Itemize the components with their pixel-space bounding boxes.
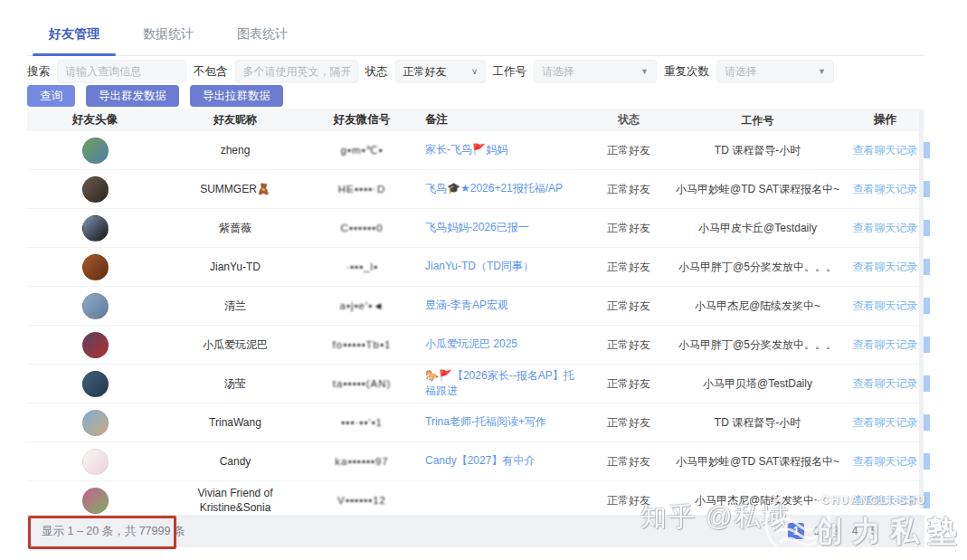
friend-wechat-id-redacted: fo▪▪▪▪▪Tb▪1 — [333, 339, 392, 350]
active-tab-underline — [33, 53, 116, 56]
remark-link[interactable]: 昱涵-李青AP宏观 — [425, 298, 508, 313]
avatar — [82, 488, 109, 514]
avatar — [82, 176, 109, 203]
view-chat-log-link[interactable]: 查看聊天记录 — [853, 143, 918, 158]
avatar — [82, 449, 109, 475]
friend-nickname: 清兰 — [224, 299, 246, 313]
table-row: zheng g▪m▪℃▪ 家长-飞鸟🚩妈妈 正常好友 TD 课程督导-小时 查看… — [27, 131, 924, 170]
avatar — [82, 138, 109, 164]
exclude-input[interactable] — [235, 60, 358, 83]
friend-wechat-id-redacted: ▪▪▪·▪▪'▪1 — [341, 417, 383, 428]
status-label: 状态 — [365, 64, 388, 80]
friend-nickname: 汤莹 — [224, 376, 246, 391]
work-account-text: 小马甲胖丁@5分奖发放中。。。 — [678, 259, 837, 275]
tab-bar: 好友管理 数据统计 图表统计 — [27, 13, 924, 56]
pagination-page-5[interactable]: 5 — [867, 525, 880, 537]
work-account-text: TD 课程督导-小时 — [715, 142, 801, 158]
repeat-count-select[interactable]: 请选择 ▼ — [716, 60, 834, 83]
view-chat-log-link[interactable]: 查看聊天记录 — [853, 376, 918, 392]
avatar — [82, 293, 109, 319]
col-avatar: 好友头像 — [27, 110, 163, 129]
friend-nickname: Vivian Friend of Kristine&Sonia — [166, 486, 304, 515]
table-row: 小瓜爱玩泥巴 fo▪▪▪▪▪Tb▪1 小瓜爱玩泥巴 2025 正常好友 小马甲胖… — [27, 326, 924, 365]
pagination-page-2[interactable]: 2 — [811, 525, 823, 537]
pagination-next[interactable]: › — [886, 525, 899, 537]
status-select[interactable]: 正常好友 ˅ — [395, 60, 486, 83]
pagination-page-3[interactable]: 3 — [830, 525, 842, 537]
status-text: 正常好友 — [607, 493, 650, 508]
table-row: JianYu-TD ·▪▪▪_l▪ JianYu-TD（TD同事） 正常好友 小… — [27, 248, 924, 287]
filter-bar: 搜索 不包含 状态 正常好友 ˅ 工作号 请选择 ▼ 重复次数 请选择 ▼ — [27, 60, 941, 83]
view-chat-log-link[interactable]: 查看聊天记录 — [853, 337, 918, 353]
friend-wechat-id-redacted: V▪▪▪▪▪▪12 — [337, 495, 386, 506]
view-chat-log-link[interactable]: 查看聊天记录 — [853, 260, 918, 275]
vertical-scrollbar[interactable] — [919, 110, 924, 508]
status-text: 正常好友 — [607, 221, 650, 236]
friend-wechat-id-redacted: HE▪▪▪▪·D — [338, 184, 385, 195]
table-row: Candy ka▪▪▪▪▪▪97 Candy【2027】有中介 正常好友 小马甲… — [27, 442, 924, 481]
view-chat-log-link[interactable]: 查看聊天记录 — [853, 415, 918, 431]
query-button[interactable]: 查询 — [27, 85, 75, 107]
avatar — [82, 371, 109, 397]
work-account-text: 小马甲杰尼@陆续发奖中~ — [695, 492, 820, 508]
remark-link[interactable]: 飞鸟🎓★2026+21报托福/AP — [425, 181, 563, 196]
footer-bar: 显示 1 – 20 条，共 77999 条 ‹12345› — [27, 515, 924, 547]
caret-down-icon: ▼ — [818, 67, 826, 76]
avatar — [82, 410, 109, 436]
search-label: 搜索 — [27, 64, 50, 80]
export-group-send-button[interactable]: 导出群发数据 — [86, 85, 179, 107]
pagination: ‹12345› — [769, 523, 899, 539]
col-work-account: 工作号 — [669, 110, 846, 130]
friend-wechat-id-redacted: ta▪▪▪▪▪(AN) — [333, 378, 392, 389]
status-text: 正常好友 — [607, 415, 650, 431]
tab-data-statistics[interactable]: 数据统计 — [121, 13, 215, 55]
friend-nickname: 小瓜爱玩泥巴 — [203, 337, 268, 352]
export-pull-group-button[interactable]: 导出拉群数据 — [190, 85, 283, 107]
repeat-count-label: 重复次数 — [664, 64, 709, 80]
col-operation: 操作 — [846, 110, 924, 129]
work-account-placeholder: 请选择 — [542, 64, 574, 80]
work-account-text: TD 课程督导-小时 — [715, 414, 801, 431]
work-account-select[interactable]: 请选择 ▼ — [534, 60, 657, 83]
friend-wechat-id-redacted: g▪m▪℃▪ — [340, 144, 383, 157]
status-text: 正常好友 — [607, 260, 650, 275]
table-header: 好友头像 好友昵称 好友微信号 备注 状态 工作号 操作 — [27, 109, 924, 131]
remark-link[interactable]: 飞鸟妈妈-2026已报一 — [425, 220, 529, 235]
view-chat-log-link[interactable]: 查看聊天记录 — [853, 182, 918, 197]
status-text: 正常好友 — [607, 299, 650, 314]
friend-nickname: JianYu-TD — [210, 260, 261, 274]
col-nickname: 好友昵称 — [163, 110, 308, 128]
remark-link[interactable]: Trina老师-托福阅读+写作 — [425, 414, 546, 430]
toolbar: 查询 导出群发数据 导出拉群数据 — [27, 85, 283, 107]
exclude-label: 不包含 — [194, 64, 228, 80]
remark-link[interactable]: 家长-飞鸟🚩妈妈 — [425, 142, 507, 157]
remark-link[interactable]: JianYu-TD（TD同事） — [425, 259, 534, 274]
search-input[interactable] — [57, 60, 186, 83]
pagination-page-1[interactable]: 1 — [788, 523, 804, 539]
view-chat-log-link[interactable]: 查看聊天记录 — [853, 221, 918, 236]
remark-link[interactable]: 🐎🚩【2026家长--报名AP】托福跟进 — [425, 368, 584, 400]
table-row: 紫蔷薇 C▪▪▪▪▪▪0 飞鸟妈妈-2026已报一 正常好友 小马甲皮卡丘@Te… — [27, 209, 924, 248]
table-row: TrinaWang ▪▪▪·▪▪'▪1 Trina老师-托福阅读+写作 正常好友… — [27, 403, 924, 442]
friend-wechat-id-redacted: a▪j▪e'▪◄ — [339, 300, 384, 311]
view-chat-log-link[interactable]: 查看聊天记录 — [853, 493, 918, 508]
friend-wechat-id-redacted: ·▪▪▪_l▪ — [346, 261, 378, 272]
status-text: 正常好友 — [607, 143, 650, 158]
col-wechat-id: 好友微信号 — [308, 110, 416, 129]
friend-nickname: SUMMGER🧸 — [200, 182, 270, 196]
work-account-text: 小马甲妙蛙@TD SAT课程报名中~ — [676, 181, 839, 197]
friend-nickname: Candy — [220, 454, 251, 469]
view-chat-log-link[interactable]: 查看聊天记录 — [853, 454, 918, 470]
pagination-prev[interactable]: ‹ — [769, 525, 782, 537]
table-row: 清兰 a▪j▪e'▪◄ 昱涵-李青AP宏观 正常好友 小马甲杰尼@陆续发奖中~ … — [27, 287, 924, 326]
pagination-page-4[interactable]: 4 — [848, 525, 861, 537]
friends-table: 好友头像 好友昵称 好友微信号 备注 状态 工作号 操作 zheng g▪m▪℃… — [27, 109, 924, 520]
status-text: 正常好友 — [607, 376, 650, 392]
tab-friend-management[interactable]: 好友管理 — [27, 13, 121, 55]
tab-chart-statistics[interactable]: 图表统计 — [215, 13, 309, 55]
view-chat-log-link[interactable]: 查看聊天记录 — [853, 299, 918, 314]
friend-wechat-id-redacted: ka▪▪▪▪▪▪97 — [335, 456, 388, 467]
remark-link[interactable]: 小瓜爱玩泥巴 2025 — [425, 337, 517, 352]
status-text: 正常好友 — [607, 182, 650, 197]
remark-link[interactable]: Candy【2027】有中介 — [425, 453, 535, 469]
